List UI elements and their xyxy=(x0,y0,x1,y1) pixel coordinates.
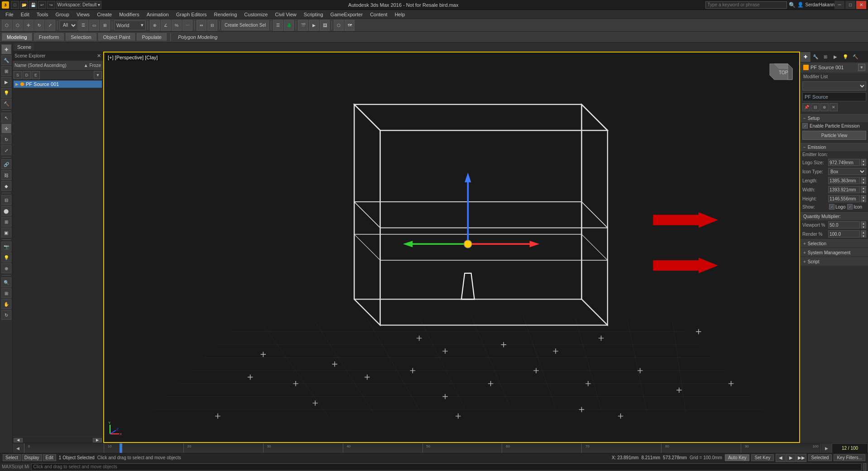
key-filters-btn[interactable]: Key Filters... xyxy=(834,454,865,461)
icon-type-dropdown[interactable]: Box xyxy=(828,168,866,175)
prev-frame-btn[interactable]: ◀ xyxy=(776,454,786,462)
icon-checkbox[interactable] xyxy=(847,204,853,209)
maximize-button[interactable]: □ xyxy=(845,1,855,9)
menu-create[interactable]: Create xyxy=(93,11,115,18)
scene-edit-btn[interactable]: E xyxy=(32,71,40,79)
link-btn[interactable]: 🔗 xyxy=(1,159,11,169)
reference-coord-dropdown[interactable]: World ▾ xyxy=(114,20,146,30)
zoom-btn[interactable]: 🔍 xyxy=(1,277,11,287)
width-field[interactable]: 1393.921mm xyxy=(828,186,860,193)
enable-emission-checkbox[interactable] xyxy=(802,123,808,128)
camera-btn[interactable]: 📷 xyxy=(1,242,11,252)
motion-tab[interactable]: ▶ xyxy=(830,52,840,62)
material-editor-btn[interactable]: ⬡ xyxy=(334,20,344,31)
maxscript-input[interactable] xyxy=(31,463,862,471)
filter-dropdown[interactable]: All xyxy=(59,20,77,30)
arc-rotate-btn[interactable]: ↻ xyxy=(1,310,11,320)
render-btn[interactable]: ▶ xyxy=(309,20,319,31)
search-input[interactable] xyxy=(705,1,787,9)
show-end-result-btn[interactable]: ⊟ xyxy=(811,103,820,111)
utilities-tab[interactable]: 🔨 xyxy=(850,52,860,62)
timeline-right-arrow[interactable]: ▶ xyxy=(821,443,832,453)
menu-group[interactable]: Group xyxy=(52,11,73,18)
scene-item-pf-source[interactable]: ▶ PF Source 001 xyxy=(14,81,102,88)
navigation-cube[interactable]: TOP xyxy=(767,57,795,84)
logo-size-field[interactable]: 972.749mm xyxy=(828,159,860,166)
create-panel-btn[interactable]: ✚ xyxy=(1,44,11,54)
logo-checkbox[interactable] xyxy=(829,204,834,209)
menu-help[interactable]: Help xyxy=(391,11,409,18)
angle-snap-btn[interactable]: ∠ xyxy=(161,20,171,31)
material-sphere-btn[interactable]: ⬤ xyxy=(1,206,11,216)
tab-freeform[interactable]: Freeform xyxy=(34,33,64,41)
menu-views[interactable]: Views xyxy=(73,11,93,18)
align-btn[interactable]: ⊟ xyxy=(207,20,217,31)
display-tab[interactable]: 💡 xyxy=(840,52,850,62)
pin-stack-btn[interactable]: 📌 xyxy=(802,103,810,111)
next-frame-btn[interactable]: ▶▶ xyxy=(796,454,806,462)
window-crossing-btn[interactable]: ⊞ xyxy=(100,20,110,31)
select-tool-btn[interactable]: ↖ xyxy=(1,113,11,123)
setup-section-header[interactable]: − Setup xyxy=(801,114,868,122)
menu-content[interactable]: Content xyxy=(366,11,391,18)
modifier-list-dropdown[interactable] xyxy=(802,81,866,90)
tab-modeling[interactable]: Modeling xyxy=(2,33,32,41)
render-pct-field[interactable]: 100.0 xyxy=(828,230,860,238)
modify-tab[interactable]: 🔧 xyxy=(810,52,820,62)
script-header[interactable]: + Script xyxy=(801,258,868,266)
create-selection-btn[interactable]: Create Selection Sel xyxy=(221,20,269,30)
menu-edit[interactable]: Edit xyxy=(17,11,33,18)
modify-panel-btn[interactable]: 🔧 xyxy=(1,55,11,65)
auto-key-button[interactable]: Auto Key xyxy=(725,454,750,461)
select-by-name-btn[interactable]: ☰ xyxy=(78,20,88,31)
schematic-view-btn[interactable]: ⊟ xyxy=(1,195,11,205)
menu-gameexporter[interactable]: GameExporter xyxy=(327,11,367,18)
scene-select-btn[interactable]: S xyxy=(14,71,22,79)
edit-btn[interactable]: Edit xyxy=(43,454,56,461)
timeline-playhead[interactable] xyxy=(120,443,122,453)
tab-populate[interactable]: Populate xyxy=(137,33,166,41)
redo-btn[interactable]: ↪ xyxy=(47,1,55,9)
minimize-button[interactable]: ─ xyxy=(834,1,844,9)
tab-selection[interactable]: Selection xyxy=(66,33,96,41)
undo-btn[interactable]: ↩ xyxy=(38,1,46,9)
scene-explorer-btn[interactable]: 🌲 xyxy=(284,20,294,31)
display-btn[interactable]: Display xyxy=(22,454,42,461)
snap-toggle-btn[interactable]: ⊕ xyxy=(150,20,160,31)
workspace-dropdown[interactable]: Workspace: Default ▾ xyxy=(56,1,101,9)
display-panel-btn[interactable]: 💡 xyxy=(1,88,11,98)
utility-panel-btn[interactable]: 🔨 xyxy=(1,99,11,109)
select-btn[interactable]: Select xyxy=(3,454,21,461)
unlink-btn[interactable]: ⛓ xyxy=(1,170,11,180)
motion-panel-btn[interactable]: ▶ xyxy=(1,77,11,87)
select-region-btn[interactable]: ⬡ xyxy=(13,20,23,31)
render-setup-btn[interactable]: 🎬 xyxy=(298,20,308,31)
viewport[interactable]: [+] [Perspective] [Clay] xyxy=(103,52,800,443)
spinner-snap-btn[interactable]: ⋯ xyxy=(182,20,192,31)
open-btn[interactable]: 📂 xyxy=(20,1,28,9)
hierarchy-panel-btn[interactable]: ⊞ xyxy=(1,66,11,76)
hierarchy-tab[interactable]: ⊞ xyxy=(820,52,830,62)
menu-graph-editors[interactable]: Graph Editors xyxy=(173,11,211,18)
scene-close-icon[interactable]: ✕ xyxy=(97,53,101,59)
tab-object-paint[interactable]: Object Paint xyxy=(98,33,135,41)
selection-header[interactable]: + Selection xyxy=(801,240,868,247)
particle-view-button[interactable]: Particle View xyxy=(802,131,866,140)
system-management-header[interactable]: + System Management xyxy=(801,249,868,257)
play-btn[interactable]: ▶ xyxy=(786,454,796,462)
light-btn[interactable]: 💡 xyxy=(1,252,11,262)
create-tab[interactable]: ✚ xyxy=(801,52,810,62)
maxscript-expand-btn[interactable] xyxy=(863,463,866,471)
layer-manager-btn[interactable]: ☰ xyxy=(273,20,283,31)
timeline-scrubber[interactable]: 0 10 20 30 40 50 60 70 80 xyxy=(24,443,821,453)
current-frame-display[interactable]: 12 / 100 xyxy=(842,446,858,451)
menu-tools[interactable]: Tools xyxy=(33,11,52,18)
scale-tool-btn[interactable]: ⤢ xyxy=(1,145,11,155)
modifier-stack[interactable]: PF Source xyxy=(802,92,866,101)
timeline-left-arrow[interactable]: ◀ xyxy=(13,443,24,453)
bind-to-space-btn[interactable]: ◆ xyxy=(1,181,11,191)
material-map-btn[interactable]: 🗺 xyxy=(345,20,355,31)
menu-rendering[interactable]: Rendering xyxy=(211,11,241,18)
mirror-btn[interactable]: ⇔ xyxy=(197,20,206,31)
percent-snap-btn[interactable]: % xyxy=(172,20,182,31)
